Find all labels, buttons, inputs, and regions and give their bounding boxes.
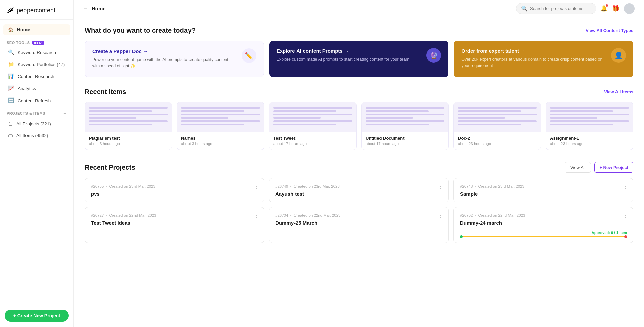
create-new-project-button[interactable]: + Create New Project bbox=[5, 310, 69, 322]
sidebar-item-all-projects[interactable]: 🗂 All Projects (321) bbox=[3, 118, 70, 129]
item-card[interactable]: Names about 3 hours ago bbox=[177, 102, 264, 150]
project-meta: #26727 • Created on 22nd Mar, 2023 bbox=[91, 213, 258, 217]
page-title: Home bbox=[92, 6, 106, 11]
item-card[interactable]: Assignment-1 about 23 hours ago bbox=[546, 102, 633, 150]
item-card[interactable]: Untitled Document about 17 hours ago bbox=[361, 102, 449, 150]
item-name: Untitled Document bbox=[366, 136, 444, 141]
thumb-line bbox=[181, 124, 244, 125]
project-id: #26749 bbox=[275, 184, 288, 188]
project-meta: #26704 • Created on 22nd Mar, 2023 bbox=[275, 213, 442, 217]
gift-icon[interactable]: 🎁 bbox=[612, 5, 619, 12]
view-all-projects-button[interactable]: View All bbox=[565, 162, 591, 173]
sidebar: 🌶 peppercontent 🏠 Home SEO TOOLS BETA 🔍 … bbox=[0, 0, 74, 327]
pepper-doc-card-title: Create a Pepper Doc → bbox=[92, 48, 237, 54]
create-pepper-doc-card[interactable]: Create a Pepper Doc → Power up your cont… bbox=[85, 41, 264, 77]
expert-talent-card[interactable]: Order from expert talent → Over 20k expe… bbox=[454, 41, 633, 77]
sidebar-item-analytics[interactable]: 📈 Analytics bbox=[3, 83, 70, 94]
home-icon: 🏠 bbox=[8, 27, 14, 32]
sidebar-item-keyword-research[interactable]: 🔍 Keyword Research bbox=[3, 47, 70, 58]
thumb-line bbox=[181, 114, 260, 115]
ai-prompts-card-title: Explore AI content Prompts → bbox=[277, 48, 422, 54]
thumb-line bbox=[550, 114, 629, 115]
thumb-line bbox=[458, 114, 537, 115]
thumb-line bbox=[366, 107, 444, 109]
project-card[interactable]: #26702 • Created on 22nd Mar, 2023 Dummy… bbox=[453, 207, 633, 243]
notification-dot bbox=[606, 4, 608, 7]
project-id: #26702 bbox=[460, 213, 473, 217]
item-card[interactable]: Doc-2 about 23 hours ago bbox=[453, 102, 541, 150]
thumb-line bbox=[458, 117, 505, 119]
search-input[interactable] bbox=[530, 6, 590, 11]
more-options-icon[interactable]: ⋮ bbox=[253, 183, 259, 189]
search-bar[interactable]: 🔍 bbox=[516, 3, 596, 14]
seo-tools-section: SEO TOOLS BETA bbox=[0, 37, 73, 46]
item-time: about 3 hours ago bbox=[181, 142, 260, 146]
project-id: #26748 bbox=[460, 184, 473, 188]
thumb-line bbox=[89, 120, 168, 122]
expert-talent-card-title: Order from expert talent → bbox=[461, 48, 606, 54]
sidebar-item-content-research[interactable]: 📊 Content Research bbox=[3, 71, 70, 82]
add-project-icon[interactable]: + bbox=[63, 110, 67, 116]
project-card[interactable]: #26749 • Created on 23rd Mar, 2023 Aayus… bbox=[269, 178, 449, 202]
content-research-icon: 📊 bbox=[8, 73, 14, 79]
project-card[interactable]: #26727 • Created on 22nd Mar, 2023 Test … bbox=[85, 207, 264, 243]
avatar[interactable] bbox=[624, 3, 635, 14]
more-options-icon[interactable]: ⋮ bbox=[253, 212, 259, 218]
content-refresh-icon: 🔄 bbox=[8, 97, 14, 104]
project-card[interactable]: #26704 • Created on 22nd Mar, 2023 Dummy… bbox=[269, 207, 449, 243]
keyword-portfolios-label: Keyword Portfolios (47) bbox=[18, 62, 65, 67]
item-thumbnail bbox=[269, 102, 356, 132]
progress-bar bbox=[460, 236, 627, 237]
thumb-line bbox=[89, 107, 168, 109]
sidebar-item-all-items[interactable]: 🗃 All Items (4532) bbox=[3, 130, 70, 141]
progress-end-dot bbox=[624, 235, 627, 238]
item-info: Doc-2 about 23 hours ago bbox=[454, 132, 541, 150]
project-name: pvs bbox=[91, 191, 258, 197]
sidebar-item-home[interactable]: 🏠 Home bbox=[3, 24, 70, 35]
view-all-items-link[interactable]: View All Items bbox=[604, 89, 633, 94]
thumb-line bbox=[550, 117, 597, 119]
notification-bell-icon[interactable]: 🔔 bbox=[600, 5, 607, 12]
thumb-line bbox=[458, 120, 537, 122]
more-options-icon[interactable]: ⋮ bbox=[622, 212, 628, 218]
all-projects-label: All Projects (321) bbox=[16, 121, 51, 126]
sidebar-toggle-icon[interactable]: ☰ bbox=[83, 6, 88, 11]
recent-projects-header: Recent Projects View All + New Project bbox=[85, 162, 633, 173]
thumb-line bbox=[181, 110, 244, 112]
item-info: Test Tweet about 17 hours ago bbox=[269, 132, 356, 150]
approved-label: Approved: 0 / 1 item bbox=[592, 231, 627, 235]
folder-icon: 🗂 bbox=[8, 121, 13, 127]
logo-icon: 🌶 bbox=[7, 6, 14, 15]
keyword-research-label: Keyword Research bbox=[18, 50, 56, 55]
new-project-button[interactable]: + New Project bbox=[594, 162, 633, 173]
create-section-header: What do you want to create today? View A… bbox=[85, 27, 633, 35]
expert-talent-card-desc: Over 20k expert creators at various doma… bbox=[461, 56, 606, 69]
thumb-line bbox=[89, 110, 152, 112]
item-card[interactable]: Test Tweet about 17 hours ago bbox=[269, 102, 357, 150]
beta-badge: BETA bbox=[32, 41, 44, 45]
view-all-content-types-link[interactable]: View All Content Types bbox=[586, 28, 633, 33]
ai-prompts-card[interactable]: Explore AI content Prompts → Explore cus… bbox=[269, 41, 449, 77]
project-created: Created on 23rd Mar, 2023 bbox=[478, 184, 524, 188]
more-options-icon[interactable]: ⋮ bbox=[622, 183, 628, 189]
item-card[interactable]: Plagiarism test about 3 hours ago bbox=[85, 102, 172, 150]
card-content: Explore AI content Prompts → Explore cus… bbox=[277, 48, 422, 63]
thumb-line bbox=[550, 120, 629, 122]
thumb-line bbox=[458, 107, 537, 109]
sidebar-item-keyword-portfolios[interactable]: 📁 Keyword Portfolios (47) bbox=[3, 59, 70, 70]
recent-projects-grid: #26755 • Created on 23rd Mar, 2023 pvs ⋮… bbox=[85, 178, 633, 243]
item-name: Assignment-1 bbox=[550, 136, 629, 141]
sidebar-item-content-refresh[interactable]: 🔄 Content Refresh bbox=[3, 95, 70, 106]
item-info: Names about 3 hours ago bbox=[177, 132, 264, 150]
project-name: Dummy-24 march bbox=[460, 220, 627, 226]
thumb-line bbox=[366, 124, 429, 125]
create-section-title: What do you want to create today? bbox=[85, 27, 196, 35]
project-meta: #26755 • Created on 23rd Mar, 2023 bbox=[91, 184, 258, 188]
thumb-line bbox=[366, 120, 444, 122]
more-options-icon[interactable]: ⋮ bbox=[438, 183, 444, 189]
more-options-icon[interactable]: ⋮ bbox=[438, 212, 444, 218]
project-card[interactable]: #26755 • Created on 23rd Mar, 2023 pvs ⋮ bbox=[85, 178, 264, 202]
item-info: Plagiarism test about 3 hours ago bbox=[85, 132, 172, 150]
project-card[interactable]: #26748 • Created on 23rd Mar, 2023 Sampl… bbox=[453, 178, 633, 202]
search-icon: 🔍 bbox=[521, 5, 528, 12]
